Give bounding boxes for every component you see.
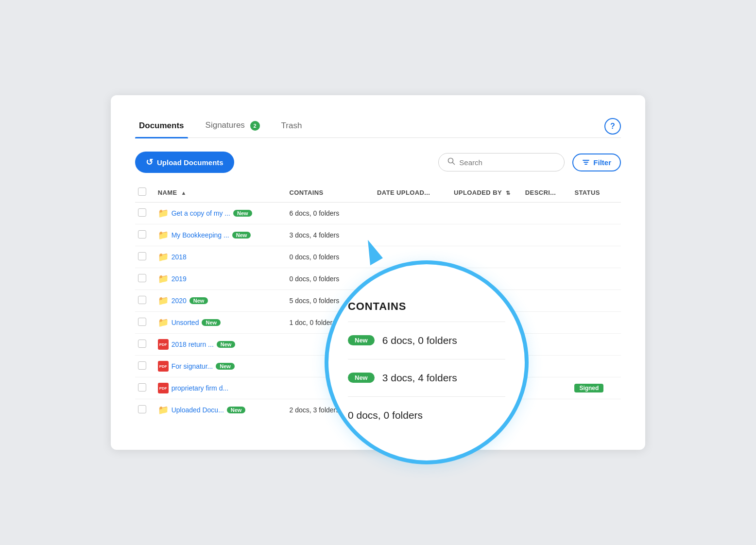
tab-trash[interactable]: Trash <box>277 115 306 137</box>
pdf-icon: PDF <box>158 339 169 350</box>
tab-documents[interactable]: Documents <box>135 115 188 137</box>
new-badge: New <box>233 210 252 217</box>
contains-cell: 0 docs, 0 folders <box>287 268 375 290</box>
file-name[interactable]: Unsorted <box>172 319 199 326</box>
main-card: Documents Signatures 2 Trash ? ↺ Upload … <box>111 95 645 450</box>
file-name[interactable]: 2020 <box>172 297 187 305</box>
desc-cell <box>522 356 572 377</box>
col-uploaded-by: UPLOADED BY ⇅ <box>451 183 522 203</box>
filter-button[interactable]: Filter <box>572 153 621 171</box>
documents-table: NAME ▲ CONTAINS DATE UPLOAD... UPLOADED … <box>135 183 621 421</box>
uploaded-by-cell <box>451 203 522 224</box>
file-name[interactable]: For signatur... <box>172 362 213 370</box>
status-cell <box>571 203 621 224</box>
name-cell: 📁2018 <box>158 252 282 262</box>
row-checkbox[interactable] <box>138 340 146 348</box>
filter-icon <box>582 158 590 166</box>
name-cell: 📁My Bookkeeping ...New <box>158 230 282 240</box>
upload-icon: ↺ <box>146 157 153 168</box>
new-badge: New <box>189 297 208 304</box>
row-checkbox[interactable] <box>138 361 146 370</box>
search-icon <box>447 157 455 167</box>
row-checkbox[interactable] <box>138 296 146 304</box>
new-badge: New <box>227 407 246 413</box>
date-cell <box>374 377 451 399</box>
uploaded-by-cell <box>451 377 522 399</box>
date-cell <box>374 224 451 246</box>
row-checkbox[interactable] <box>138 318 146 326</box>
desc-cell <box>522 290 572 312</box>
svg-line-1 <box>453 163 455 165</box>
status-cell <box>571 224 621 246</box>
status-cell <box>571 268 621 290</box>
search-input[interactable] <box>459 158 555 167</box>
search-box <box>438 153 565 171</box>
row-checkbox[interactable] <box>138 274 146 282</box>
desc-cell <box>522 203 572 224</box>
select-all-checkbox[interactable] <box>138 187 146 196</box>
folder-icon: 📁 <box>158 208 169 219</box>
table-row: 📁UnsortedNew1 doc, 0 folders <box>135 312 621 334</box>
desc-cell <box>522 399 572 421</box>
status-cell <box>571 334 621 356</box>
date-cell <box>374 203 451 224</box>
file-name[interactable]: My Bookkeeping ... <box>172 231 229 239</box>
row-checkbox[interactable] <box>138 230 146 238</box>
date-cell <box>374 246 451 268</box>
new-badge: New <box>202 319 221 326</box>
sort-arrow-name: ▲ <box>181 190 186 196</box>
tab-signatures[interactable]: Signatures 2 <box>202 115 264 137</box>
uploaded-by-cell <box>451 246 522 268</box>
upload-documents-button[interactable]: ↺ Upload Documents <box>135 152 234 173</box>
desc-cell <box>522 224 572 246</box>
uploaded-by-cell <box>451 290 522 312</box>
col-status: STATUS <box>571 183 621 203</box>
contains-cell: 2 docs, 3 folders <box>287 399 375 421</box>
name-cell: PDFFor signatur...New <box>158 361 282 372</box>
table-row: PDF2018 return ...New <box>135 334 621 356</box>
row-checkbox[interactable] <box>138 252 146 260</box>
row-checkbox[interactable] <box>138 383 146 392</box>
file-name[interactable]: proprietary firm d... <box>172 384 228 392</box>
contains-cell <box>287 377 375 399</box>
name-cell: 📁Uploaded Docu...New <box>158 405 282 415</box>
date-cell <box>374 290 451 312</box>
file-name[interactable]: 2018 return ... <box>172 341 214 348</box>
col-date: DATE UPLOAD... <box>374 183 451 203</box>
help-icon[interactable]: ? <box>604 118 621 135</box>
table-row: 📁20180 docs, 0 folders <box>135 246 621 268</box>
date-cell <box>374 268 451 290</box>
pdf-icon: PDF <box>158 361 169 372</box>
row-checkbox[interactable] <box>138 405 146 413</box>
col-contains: CONTAINS <box>287 183 375 203</box>
file-name[interactable]: Uploaded Docu... <box>172 406 224 414</box>
uploaded-by-cell <box>451 312 522 334</box>
status-cell: Signed <box>571 377 621 399</box>
file-name[interactable]: 2018 <box>172 253 187 261</box>
file-name[interactable]: Get a copy of my ... <box>172 209 230 217</box>
contains-cell: 5 docs, 0 folders <box>287 290 375 312</box>
name-cell: PDFproprietary firm d... <box>158 383 282 393</box>
row-checkbox[interactable] <box>138 208 146 217</box>
new-badge: New <box>232 232 251 238</box>
table-row: PDFFor signatur...New <box>135 356 621 377</box>
desc-cell <box>522 334 572 356</box>
status-cell <box>571 290 621 312</box>
table-row: 📁2020New5 docs, 0 folders <box>135 290 621 312</box>
pdf-icon: PDF <box>158 383 169 393</box>
folder-icon: 📁 <box>158 405 169 415</box>
contains-cell: 1 doc, 0 folders <box>287 312 375 334</box>
status-cell <box>571 356 621 377</box>
date-cell <box>374 334 451 356</box>
col-name: NAME ▲ <box>155 183 287 203</box>
contains-cell: 0 docs, 0 folders <box>287 246 375 268</box>
file-name[interactable]: 2019 <box>172 275 187 283</box>
desc-cell <box>522 268 572 290</box>
date-cell <box>374 356 451 377</box>
name-cell: PDF2018 return ...New <box>158 339 282 350</box>
toolbar: ↺ Upload Documents Filter <box>135 152 621 173</box>
new-badge: New <box>217 341 236 348</box>
new-badge: New <box>216 363 235 370</box>
status-cell <box>571 312 621 334</box>
tab-bar: Documents Signatures 2 Trash ? <box>135 115 621 138</box>
